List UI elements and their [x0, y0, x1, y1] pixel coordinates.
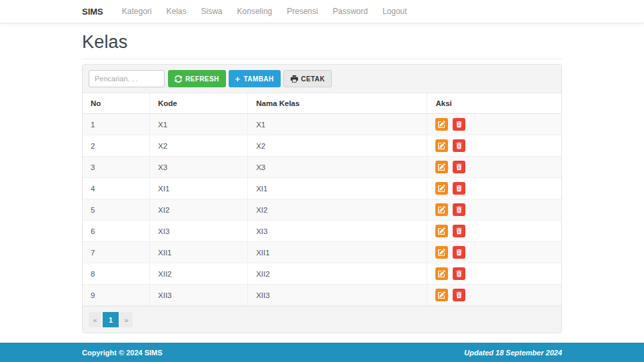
cell-no: 2	[83, 135, 150, 157]
cell-aksi	[427, 114, 561, 135]
table-row: 3 X3 X3	[83, 157, 561, 178]
nav-item-kelas[interactable]: Kelas	[159, 7, 194, 16]
copyright-text: Copyright © 2024 SIMS	[82, 349, 163, 357]
refresh-icon	[175, 75, 182, 83]
trash-icon	[455, 121, 463, 128]
trash-icon	[455, 270, 463, 277]
edit-icon	[438, 270, 445, 277]
nav-item-siswa[interactable]: Siswa	[194, 7, 230, 16]
cell-nama-kelas: XI2	[248, 199, 427, 221]
delete-button[interactable]	[453, 182, 465, 195]
table-header-no: No	[83, 93, 150, 114]
printer-icon	[291, 75, 298, 83]
edit-icon	[438, 206, 445, 213]
edit-button[interactable]	[435, 139, 448, 152]
cell-no: 4	[83, 178, 150, 199]
edit-icon	[438, 249, 445, 256]
cell-kode: X2	[150, 135, 248, 157]
cell-aksi	[427, 178, 561, 199]
cell-kode: XII2	[150, 263, 248, 285]
table-row: 4 XI1 XI1	[83, 178, 561, 199]
table-header-row: No Kode Nama Kelas Aksi	[83, 93, 561, 114]
table-row: 6 XI3 XI3	[83, 221, 561, 242]
edit-button[interactable]	[435, 182, 448, 195]
cell-kode: XI3	[150, 221, 248, 242]
edit-button[interactable]	[435, 203, 448, 216]
trash-icon	[455, 206, 463, 213]
edit-icon	[438, 291, 445, 299]
cell-aksi	[427, 157, 561, 178]
trash-icon	[455, 142, 463, 149]
table-row: 7 XII1 XII1	[83, 242, 561, 263]
pagination: « 1 »	[83, 306, 561, 333]
edit-icon	[438, 142, 445, 149]
edit-button[interactable]	[435, 246, 448, 259]
cell-kode: X1	[150, 114, 248, 135]
cell-no: 3	[83, 157, 150, 178]
cell-nama-kelas: X2	[248, 135, 427, 157]
delete-button[interactable]	[453, 139, 465, 152]
edit-icon	[438, 163, 445, 171]
refresh-button[interactable]: REFRESH	[168, 70, 226, 87]
nav-item-kategori[interactable]: Kategori	[115, 7, 159, 16]
table-header-kode: Kode	[150, 93, 248, 114]
cell-aksi	[427, 263, 561, 285]
footer: Copyright © 2024 SIMS Updated 18 Septemb…	[0, 343, 644, 362]
cell-aksi	[427, 221, 561, 242]
cell-no: 1	[83, 114, 150, 135]
search-input[interactable]	[89, 70, 165, 87]
cell-kode: XII3	[150, 285, 248, 306]
updated-text: Updated 18 September 2024	[464, 349, 562, 357]
cetak-button[interactable]: CETAK	[283, 70, 333, 87]
delete-button[interactable]	[453, 289, 465, 301]
cell-kode: X3	[150, 157, 248, 178]
delete-button[interactable]	[453, 267, 465, 280]
cell-nama-kelas: X3	[248, 157, 427, 178]
table-row: 1 X1 X1	[83, 114, 561, 135]
cell-aksi	[427, 242, 561, 263]
edit-icon	[438, 185, 445, 192]
cell-nama-kelas: X1	[248, 114, 427, 135]
cell-kode: XI1	[150, 178, 248, 199]
trash-icon	[455, 185, 463, 192]
cell-aksi	[427, 285, 561, 306]
cell-aksi	[427, 199, 561, 221]
nav-item-logout[interactable]: Logout	[375, 7, 415, 16]
edit-button[interactable]	[435, 118, 448, 131]
nav-item-presensi[interactable]: Presensi	[279, 7, 325, 16]
table-row: 2 X2 X2	[83, 135, 561, 157]
trash-icon	[455, 249, 463, 256]
table-header-nama-kelas: Nama Kelas	[248, 93, 427, 114]
brand-link[interactable]: SIMS	[82, 7, 103, 17]
delete-button[interactable]	[453, 225, 465, 237]
table-header-aksi: Aksi	[427, 93, 561, 114]
trash-icon	[455, 291, 463, 299]
main-content: Kelas REFRESH + TAMBAH	[82, 32, 562, 333]
nav-item-password[interactable]: Password	[325, 7, 375, 16]
cell-nama-kelas: XII1	[248, 242, 427, 263]
edit-button[interactable]	[435, 289, 448, 301]
page-current-button[interactable]: 1	[103, 312, 119, 327]
edit-button[interactable]	[435, 267, 448, 280]
edit-button[interactable]	[435, 225, 448, 237]
table-row: 5 XI2 XI2	[83, 199, 561, 221]
edit-button[interactable]	[435, 161, 448, 173]
page-prev-button[interactable]: «	[89, 312, 101, 327]
delete-button[interactable]	[453, 203, 465, 216]
page-title: Kelas	[82, 32, 562, 53]
nav-item-konseling[interactable]: Konseling	[230, 7, 280, 16]
cell-nama-kelas: XI3	[248, 221, 427, 242]
panel-toolbar: REFRESH + TAMBAH CETAK	[83, 65, 561, 93]
delete-button[interactable]	[453, 161, 465, 173]
delete-button[interactable]	[453, 118, 465, 131]
table-row: 8 XII2 XII2	[83, 263, 561, 285]
tambah-button[interactable]: + TAMBAH	[229, 70, 281, 87]
delete-button[interactable]	[453, 246, 465, 259]
cetak-button-label: CETAK	[301, 75, 325, 83]
cell-no: 5	[83, 199, 150, 221]
trash-icon	[455, 227, 463, 235]
page-next-button[interactable]: »	[120, 312, 133, 327]
cell-no: 9	[83, 285, 150, 306]
cell-aksi	[427, 135, 561, 157]
edit-icon	[438, 227, 445, 235]
